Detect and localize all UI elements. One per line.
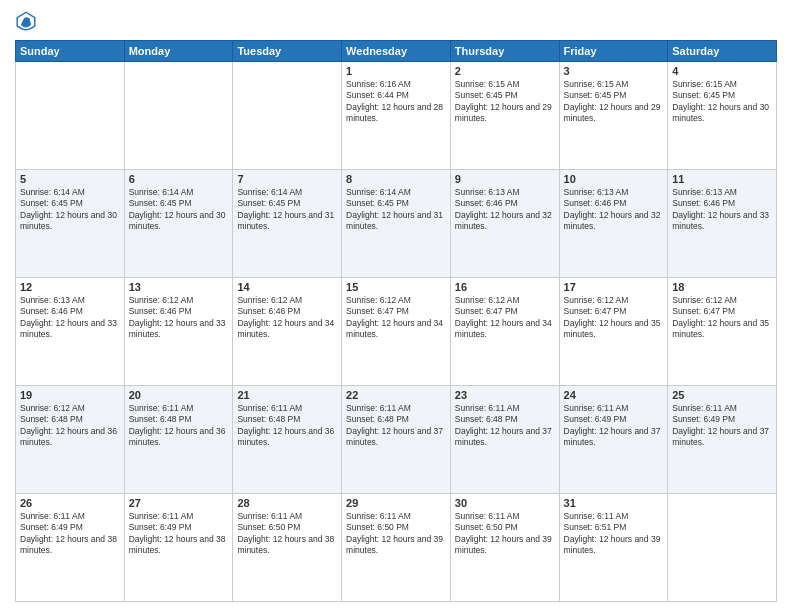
day-info: Sunrise: 6:15 AMSunset: 6:45 PMDaylight:…: [564, 79, 661, 123]
day-info: Sunrise: 6:11 AMSunset: 6:48 PMDaylight:…: [346, 403, 443, 447]
calendar-cell: 30Sunrise: 6:11 AMSunset: 6:50 PMDayligh…: [450, 494, 559, 602]
day-number: 3: [564, 65, 664, 77]
calendar-page: SundayMondayTuesdayWednesdayThursdayFrid…: [0, 0, 792, 612]
calendar-week-row: 12Sunrise: 6:13 AMSunset: 6:46 PMDayligh…: [16, 278, 777, 386]
calendar-cell: 7Sunrise: 6:14 AMSunset: 6:45 PMDaylight…: [233, 170, 342, 278]
calendar-cell: 13Sunrise: 6:12 AMSunset: 6:46 PMDayligh…: [124, 278, 233, 386]
weekday-header: Wednesday: [342, 41, 451, 62]
day-info: Sunrise: 6:11 AMSunset: 6:51 PMDaylight:…: [564, 511, 661, 555]
day-number: 1: [346, 65, 446, 77]
calendar-cell: 24Sunrise: 6:11 AMSunset: 6:49 PMDayligh…: [559, 386, 668, 494]
day-info: Sunrise: 6:14 AMSunset: 6:45 PMDaylight:…: [237, 187, 334, 231]
day-info: Sunrise: 6:12 AMSunset: 6:48 PMDaylight:…: [20, 403, 117, 447]
day-info: Sunrise: 6:11 AMSunset: 6:49 PMDaylight:…: [564, 403, 661, 447]
day-number: 9: [455, 173, 555, 185]
day-number: 14: [237, 281, 337, 293]
day-info: Sunrise: 6:12 AMSunset: 6:46 PMDaylight:…: [129, 295, 226, 339]
calendar-cell: 9Sunrise: 6:13 AMSunset: 6:46 PMDaylight…: [450, 170, 559, 278]
calendar-cell: [668, 494, 777, 602]
day-number: 16: [455, 281, 555, 293]
day-number: 27: [129, 497, 229, 509]
calendar-cell: 27Sunrise: 6:11 AMSunset: 6:49 PMDayligh…: [124, 494, 233, 602]
calendar-cell: 25Sunrise: 6:11 AMSunset: 6:49 PMDayligh…: [668, 386, 777, 494]
calendar-cell: 1Sunrise: 6:16 AMSunset: 6:44 PMDaylight…: [342, 62, 451, 170]
day-info: Sunrise: 6:12 AMSunset: 6:47 PMDaylight:…: [564, 295, 661, 339]
calendar-cell: [233, 62, 342, 170]
calendar-cell: 28Sunrise: 6:11 AMSunset: 6:50 PMDayligh…: [233, 494, 342, 602]
day-number: 25: [672, 389, 772, 401]
day-number: 24: [564, 389, 664, 401]
day-info: Sunrise: 6:13 AMSunset: 6:46 PMDaylight:…: [564, 187, 661, 231]
day-info: Sunrise: 6:13 AMSunset: 6:46 PMDaylight:…: [455, 187, 552, 231]
day-number: 28: [237, 497, 337, 509]
day-info: Sunrise: 6:12 AMSunset: 6:47 PMDaylight:…: [346, 295, 443, 339]
logo: [15, 10, 41, 32]
day-number: 12: [20, 281, 120, 293]
day-info: Sunrise: 6:11 AMSunset: 6:49 PMDaylight:…: [129, 511, 226, 555]
day-info: Sunrise: 6:14 AMSunset: 6:45 PMDaylight:…: [20, 187, 117, 231]
day-number: 6: [129, 173, 229, 185]
day-number: 26: [20, 497, 120, 509]
day-info: Sunrise: 6:11 AMSunset: 6:48 PMDaylight:…: [129, 403, 226, 447]
day-number: 23: [455, 389, 555, 401]
weekday-header: Thursday: [450, 41, 559, 62]
day-number: 8: [346, 173, 446, 185]
day-number: 31: [564, 497, 664, 509]
calendar-cell: [16, 62, 125, 170]
day-number: 5: [20, 173, 120, 185]
calendar-cell: 29Sunrise: 6:11 AMSunset: 6:50 PMDayligh…: [342, 494, 451, 602]
day-number: 18: [672, 281, 772, 293]
calendar-week-row: 5Sunrise: 6:14 AMSunset: 6:45 PMDaylight…: [16, 170, 777, 278]
day-info: Sunrise: 6:14 AMSunset: 6:45 PMDaylight:…: [346, 187, 443, 231]
day-number: 11: [672, 173, 772, 185]
calendar-cell: 14Sunrise: 6:12 AMSunset: 6:46 PMDayligh…: [233, 278, 342, 386]
day-number: 21: [237, 389, 337, 401]
day-info: Sunrise: 6:11 AMSunset: 6:50 PMDaylight:…: [346, 511, 443, 555]
day-number: 20: [129, 389, 229, 401]
day-number: 15: [346, 281, 446, 293]
day-info: Sunrise: 6:15 AMSunset: 6:45 PMDaylight:…: [455, 79, 552, 123]
day-info: Sunrise: 6:13 AMSunset: 6:46 PMDaylight:…: [20, 295, 117, 339]
calendar-cell: 8Sunrise: 6:14 AMSunset: 6:45 PMDaylight…: [342, 170, 451, 278]
header: [15, 10, 777, 32]
day-number: 13: [129, 281, 229, 293]
calendar-cell: 23Sunrise: 6:11 AMSunset: 6:48 PMDayligh…: [450, 386, 559, 494]
calendar-cell: 3Sunrise: 6:15 AMSunset: 6:45 PMDaylight…: [559, 62, 668, 170]
day-number: 22: [346, 389, 446, 401]
calendar-cell: 26Sunrise: 6:11 AMSunset: 6:49 PMDayligh…: [16, 494, 125, 602]
calendar-table: SundayMondayTuesdayWednesdayThursdayFrid…: [15, 40, 777, 602]
calendar-cell: 6Sunrise: 6:14 AMSunset: 6:45 PMDaylight…: [124, 170, 233, 278]
day-number: 30: [455, 497, 555, 509]
calendar-cell: 4Sunrise: 6:15 AMSunset: 6:45 PMDaylight…: [668, 62, 777, 170]
day-number: 4: [672, 65, 772, 77]
day-info: Sunrise: 6:11 AMSunset: 6:50 PMDaylight:…: [237, 511, 334, 555]
weekday-header: Monday: [124, 41, 233, 62]
calendar-cell: 2Sunrise: 6:15 AMSunset: 6:45 PMDaylight…: [450, 62, 559, 170]
day-info: Sunrise: 6:11 AMSunset: 6:48 PMDaylight:…: [237, 403, 334, 447]
calendar-cell: 31Sunrise: 6:11 AMSunset: 6:51 PMDayligh…: [559, 494, 668, 602]
calendar-cell: 19Sunrise: 6:12 AMSunset: 6:48 PMDayligh…: [16, 386, 125, 494]
day-number: 7: [237, 173, 337, 185]
calendar-cell: 17Sunrise: 6:12 AMSunset: 6:47 PMDayligh…: [559, 278, 668, 386]
day-number: 2: [455, 65, 555, 77]
weekday-header-row: SundayMondayTuesdayWednesdayThursdayFrid…: [16, 41, 777, 62]
day-info: Sunrise: 6:12 AMSunset: 6:47 PMDaylight:…: [455, 295, 552, 339]
calendar-cell: 10Sunrise: 6:13 AMSunset: 6:46 PMDayligh…: [559, 170, 668, 278]
day-info: Sunrise: 6:14 AMSunset: 6:45 PMDaylight:…: [129, 187, 226, 231]
calendar-cell: 20Sunrise: 6:11 AMSunset: 6:48 PMDayligh…: [124, 386, 233, 494]
day-info: Sunrise: 6:11 AMSunset: 6:50 PMDaylight:…: [455, 511, 552, 555]
calendar-cell: 15Sunrise: 6:12 AMSunset: 6:47 PMDayligh…: [342, 278, 451, 386]
weekday-header: Sunday: [16, 41, 125, 62]
calendar-cell: [124, 62, 233, 170]
day-info: Sunrise: 6:15 AMSunset: 6:45 PMDaylight:…: [672, 79, 769, 123]
calendar-week-row: 26Sunrise: 6:11 AMSunset: 6:49 PMDayligh…: [16, 494, 777, 602]
day-number: 17: [564, 281, 664, 293]
day-number: 29: [346, 497, 446, 509]
calendar-cell: 5Sunrise: 6:14 AMSunset: 6:45 PMDaylight…: [16, 170, 125, 278]
day-info: Sunrise: 6:11 AMSunset: 6:49 PMDaylight:…: [672, 403, 769, 447]
calendar-cell: 18Sunrise: 6:12 AMSunset: 6:47 PMDayligh…: [668, 278, 777, 386]
weekday-header: Friday: [559, 41, 668, 62]
day-info: Sunrise: 6:11 AMSunset: 6:48 PMDaylight:…: [455, 403, 552, 447]
day-number: 10: [564, 173, 664, 185]
day-info: Sunrise: 6:13 AMSunset: 6:46 PMDaylight:…: [672, 187, 769, 231]
